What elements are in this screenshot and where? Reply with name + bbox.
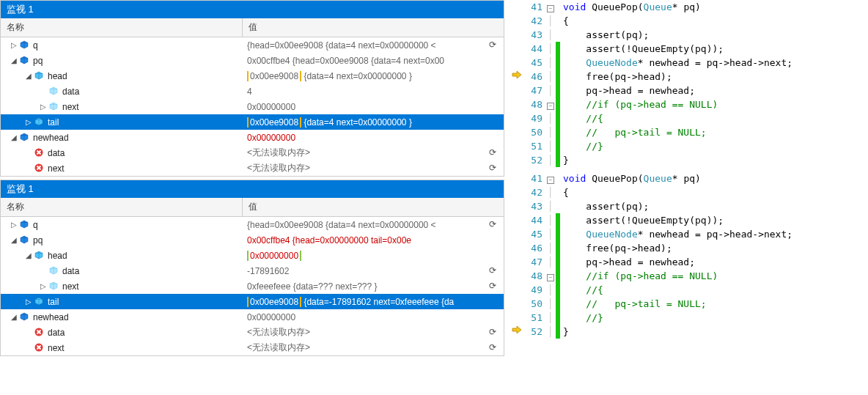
var-value: 0x00000000: [247, 312, 295, 322]
watch-row[interactable]: ◢newhead0x00000000: [1, 130, 504, 145]
refresh-icon[interactable]: [489, 281, 499, 291]
line-number: 42: [525, 185, 542, 199]
col-name-header[interactable]: 名称: [1, 18, 243, 37]
var-name: data: [48, 328, 65, 338]
refresh-icon[interactable]: [489, 219, 499, 229]
code-line[interactable]: // pq->tail = NULL;: [563, 297, 862, 311]
expand-toggle[interactable]: ▷: [39, 103, 48, 111]
code-line[interactable]: QueueNode* newhead = pq->head->next;: [563, 227, 862, 241]
fold-toggle[interactable]: −: [547, 274, 554, 281]
watch-row[interactable]: ▷tail0x00ee9008 {data=4 next=0x00000000 …: [1, 114, 504, 130]
refresh-icon[interactable]: [489, 40, 499, 50]
col-value-header[interactable]: 值: [243, 198, 504, 216]
expand-toggle[interactable]: ◢: [10, 313, 18, 321]
svg-marker-13: [512, 326, 521, 333]
expand-toggle[interactable]: ◢: [10, 56, 18, 64]
expand-toggle[interactable]: ▷: [10, 41, 18, 49]
code-line[interactable]: {: [563, 14, 862, 28]
watch-row[interactable]: data-17891602: [1, 263, 504, 278]
watch-row[interactable]: ▷q{head=0x00ee9008 {data=4 next=0x000000…: [1, 37, 504, 53]
line-number: 42: [525, 14, 542, 28]
line-number: 41: [525, 171, 542, 185]
expand-toggle[interactable]: ▷: [24, 118, 33, 126]
expand-toggle[interactable]: ▷: [24, 298, 33, 306]
refresh-icon[interactable]: [489, 265, 499, 276]
code-text[interactable]: void QueuePop(Queue* pq){ assert(pq); as…: [560, 171, 862, 339]
line-number: 49: [525, 111, 542, 125]
watch-row[interactable]: ▷next0xfeeefeee {data=??? next=??? }: [1, 278, 504, 294]
col-name-header[interactable]: 名称: [1, 198, 243, 216]
code-line[interactable]: //if (pq->head == NULL): [563, 97, 862, 111]
code-line[interactable]: //{: [563, 283, 862, 297]
code-line[interactable]: void QueuePop(Queue* pq): [563, 0, 862, 14]
code-editor-1: 414243444546474849505152−││││││−││││void…: [510, 0, 862, 167]
code-line[interactable]: free(pq->head);: [563, 241, 862, 255]
code-text[interactable]: void QueuePop(Queue* pq){ assert(pq); as…: [560, 0, 862, 167]
watch-row[interactable]: next<无法读取内存>: [1, 340, 504, 355]
code-line[interactable]: //}: [563, 311, 862, 325]
watch-row[interactable]: ◢pq0x00cffbe4 {head=0x00000000 tail=0x00…: [1, 232, 504, 248]
code-line[interactable]: }: [563, 153, 862, 167]
refresh-icon[interactable]: [489, 147, 499, 158]
expand-toggle[interactable]: ◢: [24, 251, 33, 259]
code-line[interactable]: assert(pq);: [563, 199, 862, 213]
watch-row[interactable]: ◢head0x00ee9008 {data=4 next=0x00000000 …: [1, 68, 504, 84]
var-value: <无法读取内存>: [247, 326, 310, 339]
code-line[interactable]: void QueuePop(Queue* pq): [563, 171, 862, 185]
var-value: <无法读取内存>: [247, 147, 310, 159]
watch-row[interactable]: ◢head0x00000000: [1, 248, 504, 263]
code-line[interactable]: //if (pq->head == NULL): [563, 269, 862, 283]
var-icon: [34, 163, 45, 174]
expand-toggle[interactable]: ▷: [10, 221, 18, 229]
var-name: head: [48, 251, 67, 261]
var-value: 0x00ee9008 {data=-17891602 next=0xfeeefe…: [247, 297, 454, 307]
var-icon: [20, 220, 30, 230]
line-number: 44: [525, 42, 542, 56]
code-line[interactable]: {: [563, 185, 862, 199]
expand-toggle[interactable]: ◢: [24, 72, 33, 80]
watch-row[interactable]: ▷tail0x00ee9008 {data=-17891602 next=0xf…: [1, 294, 504, 309]
var-name: head: [48, 71, 67, 81]
watch-row[interactable]: ◢pq0x00cffbe4 {head=0x00ee9008 {data=4 n…: [1, 53, 504, 68]
var-icon: [34, 148, 45, 158]
code-line[interactable]: //{: [563, 111, 862, 125]
code-line[interactable]: pq->head = newhead;: [563, 255, 862, 269]
line-number: 52: [525, 325, 542, 339]
var-value: 0x00ee9008 {data=4 next=0x00000000 }: [247, 71, 412, 81]
watch-row[interactable]: data<无法读取内存>: [1, 325, 504, 340]
code-line[interactable]: assert(!QueueEmpty(pq));: [563, 213, 862, 227]
fold-toggle[interactable]: −: [547, 177, 554, 184]
var-name: newhead: [33, 312, 69, 322]
refresh-icon[interactable]: [489, 163, 499, 173]
line-number: 45: [525, 56, 542, 70]
expand-toggle[interactable]: ◢: [10, 236, 18, 244]
gutter-arrow: [510, 0, 525, 167]
var-value: 0x00000000: [247, 102, 295, 112]
var-value: <无法读取内存>: [247, 162, 310, 174]
refresh-icon[interactable]: [489, 342, 499, 352]
watch-row[interactable]: data<无法读取内存>: [1, 145, 504, 160]
fold-toggle[interactable]: −: [547, 5, 554, 12]
expand-toggle[interactable]: ◢: [10, 133, 18, 141]
code-line[interactable]: free(pq->head);: [563, 70, 862, 84]
code-line[interactable]: }: [563, 325, 862, 339]
watch-title: 监视 1: [1, 1, 504, 18]
line-number: 43: [525, 199, 542, 213]
fold-toggle[interactable]: −: [547, 103, 554, 110]
var-value: 0x00000000: [247, 251, 301, 261]
code-line[interactable]: pq->head = newhead;: [563, 84, 862, 97]
watch-row[interactable]: ▷next0x00000000: [1, 99, 504, 114]
watch-row[interactable]: next<无法读取内存>: [1, 160, 504, 176]
code-line[interactable]: //}: [563, 139, 862, 153]
code-line[interactable]: assert(!QueueEmpty(pq));: [563, 42, 862, 56]
watch-row[interactable]: data4: [1, 84, 504, 99]
line-number: 47: [525, 84, 542, 97]
code-line[interactable]: // pq->tail = NULL;: [563, 125, 862, 139]
expand-toggle[interactable]: ▷: [39, 282, 48, 290]
watch-row[interactable]: ◢newhead0x00000000: [1, 309, 504, 325]
code-line[interactable]: QueueNode* newhead = pq->head->next;: [563, 56, 862, 70]
col-value-header[interactable]: 值: [243, 18, 504, 37]
watch-row[interactable]: ▷q{head=0x00ee9008 {data=4 next=0x000000…: [1, 217, 504, 232]
code-line[interactable]: assert(pq);: [563, 28, 862, 42]
refresh-icon[interactable]: [489, 327, 499, 337]
